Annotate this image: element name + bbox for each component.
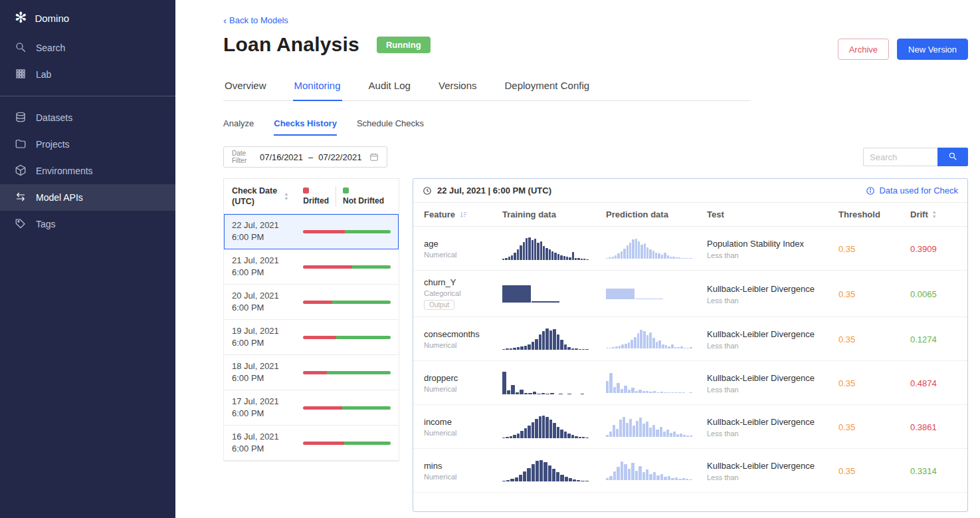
date-range: 07/16/2021 – 07/22/2021	[260, 152, 361, 162]
col-prediction-data: Prediction data	[606, 209, 668, 219]
tag-icon	[15, 217, 27, 231]
cube-icon	[15, 164, 27, 178]
lab-grid-icon	[15, 68, 27, 82]
check-date-label: 20 Jul, 20216:00 PM	[232, 290, 279, 314]
prediction-data-cell	[606, 373, 707, 393]
check-date-item[interactable]: 16 Jul, 20216:00 PM	[224, 426, 399, 461]
search-input[interactable]	[863, 148, 937, 166]
prediction-data-cell	[606, 239, 707, 259]
check-detail-panel: 22 Jul, 2021 | 6:00 PM (UTC) Data used f…	[413, 178, 968, 512]
feature-cell: consecmonthsNumerical	[424, 329, 502, 349]
col-test: Test	[707, 209, 724, 219]
test-cell: Kullback-Leibler DivergenceLess than	[707, 372, 838, 394]
tab-overview[interactable]: Overview	[223, 74, 268, 100]
data-used-for-check-link[interactable]: Data used for Check	[866, 186, 958, 195]
sidebar-item-label: Search	[36, 43, 65, 53]
back-link-label: Back to Models	[229, 15, 288, 25]
prediction-distribution-chart	[606, 461, 692, 480]
check-date-item[interactable]: 18 Jul, 20216:00 PM	[224, 355, 399, 390]
check-date-column-header: Check Date (UTC)	[232, 186, 277, 207]
sidebar-item-projects[interactable]: Projects	[0, 131, 175, 158]
domino-logo-icon: ✻	[15, 11, 27, 25]
threshold-cell: 0.35	[838, 333, 910, 345]
prediction-distribution-chart	[606, 330, 692, 348]
check-date-label: 22 Jul, 20216:00 PM	[232, 219, 279, 243]
check-date-label: 19 Jul, 20216:00 PM	[232, 325, 279, 349]
date-from: 07/16/2021	[260, 152, 303, 162]
training-data-cell	[502, 328, 606, 350]
search-button[interactable]	[937, 148, 968, 166]
sidebar-item-model-apis[interactable]: Model APIs	[0, 184, 175, 211]
app-window: ✻ Domino Search Lab Datasets Projects En…	[0, 0, 980, 518]
drift-cell: 0.3909	[910, 243, 957, 255]
drift-cell: 0.3314	[910, 465, 957, 477]
sidebar-item-label: Lab	[36, 69, 51, 80]
sidebar-item-label: Datasets	[36, 112, 72, 123]
check-date-item[interactable]: 22 Jul, 20216:00 PM	[224, 214, 399, 249]
sidebar-item-search[interactable]: Search	[0, 35, 175, 61]
test-cell: Kullback-Leibler DivergenceLess than	[707, 328, 838, 350]
table-row: incomeNumericalKullback-Leibler Divergen…	[413, 405, 967, 449]
test-cell: Kullback-Leibler DivergenceLess than	[707, 416, 838, 438]
sidebar-item-tags[interactable]: Tags	[0, 211, 175, 237]
tab-monitoring[interactable]: Monitoring	[293, 74, 342, 101]
sidebar-item-lab[interactable]: Lab	[0, 61, 175, 88]
check-date-label: 17 Jul, 20216:00 PM	[232, 396, 279, 420]
drift-ratio-bar	[303, 230, 391, 233]
checks-history-panel: Check Date (UTC) ▲▼ Drifted Not Drifted	[223, 178, 399, 461]
brand[interactable]: ✻ Domino	[0, 0, 175, 35]
col-feature: Feature	[424, 209, 455, 219]
check-date-item[interactable]: 17 Jul, 20216:00 PM	[224, 390, 399, 426]
drift-cell: 0.4874	[910, 377, 957, 389]
search-icon	[15, 41, 27, 55]
sort-filter-icon[interactable]	[459, 210, 468, 219]
tab-deployment-config[interactable]: Deployment Config	[504, 74, 591, 100]
check-date-item[interactable]: 20 Jul, 20216:00 PM	[224, 285, 399, 320]
check-date-label: 16 Jul, 20216:00 PM	[232, 431, 279, 455]
training-data-cell	[502, 416, 606, 438]
test-cell: Population Stability IndexLess than	[707, 238, 838, 259]
swap-arrows-icon	[15, 191, 27, 205]
drift-ratio-bar	[303, 371, 391, 374]
date-filter[interactable]: Date Filter 07/16/2021 – 07/22/2021	[223, 146, 387, 168]
info-icon	[866, 186, 875, 195]
sidebar-item-label: Model APIs	[36, 192, 83, 203]
main-content: ‹ Back to Models Loan Analysis Running A…	[175, 0, 980, 518]
drift-cell: 0.1274	[910, 333, 957, 345]
back-to-models-link[interactable]: ‹ Back to Models	[223, 15, 288, 25]
training-data-cell	[502, 460, 606, 481]
drift-sort-carets-icon[interactable]: ▲▼	[932, 210, 937, 219]
brand-label: Domino	[35, 13, 69, 24]
new-version-button[interactable]: New Version	[897, 39, 968, 60]
tab-audit-log[interactable]: Audit Log	[367, 74, 412, 100]
training-distribution-chart	[502, 285, 589, 303]
sidebar-item-label: Projects	[36, 139, 70, 150]
training-distribution-chart	[502, 372, 589, 394]
check-date-item[interactable]: 19 Jul, 20216:00 PM	[224, 320, 399, 355]
sort-carets-icon[interactable]: ▲▼	[284, 192, 288, 201]
tab-versions[interactable]: Versions	[437, 74, 478, 100]
subtab-schedule-checks[interactable]: Schedule Checks	[357, 118, 424, 136]
feature-cell: ageNumerical	[424, 239, 502, 259]
table-row: minsNumericalKullback-Leibler Divergence…	[413, 449, 967, 493]
threshold-cell: 0.35	[838, 377, 910, 389]
drifted-legend-swatch	[303, 188, 309, 194]
monitoring-subtabs: Analyze Checks History Schedule Checks	[223, 118, 968, 136]
feature-cell: incomeNumerical	[424, 417, 502, 437]
threshold-cell: 0.35	[838, 243, 910, 255]
prediction-data-cell	[606, 289, 707, 299]
check-date-item[interactable]: 21 Jul, 20216:00 PM	[224, 249, 399, 285]
table-row: churn_YCategoricalOutputKullback-Leibler…	[413, 271, 967, 317]
subtab-analyze[interactable]: Analyze	[223, 118, 254, 136]
clock-icon	[423, 186, 432, 195]
table-row: droppercNumericalKullback-Leibler Diverg…	[413, 361, 967, 405]
training-distribution-chart	[502, 328, 589, 350]
test-cell: Kullback-Leibler DivergenceLess than	[707, 460, 838, 481]
sidebar-item-datasets[interactable]: Datasets	[0, 104, 175, 131]
archive-button[interactable]: Archive	[838, 39, 889, 60]
col-training-data: Training data	[502, 209, 556, 219]
sidebar-item-environments[interactable]: Environments	[0, 158, 175, 184]
drift-ratio-bar	[303, 336, 391, 339]
sidebar-divider	[0, 96, 175, 96]
subtab-checks-history[interactable]: Checks History	[274, 118, 337, 136]
